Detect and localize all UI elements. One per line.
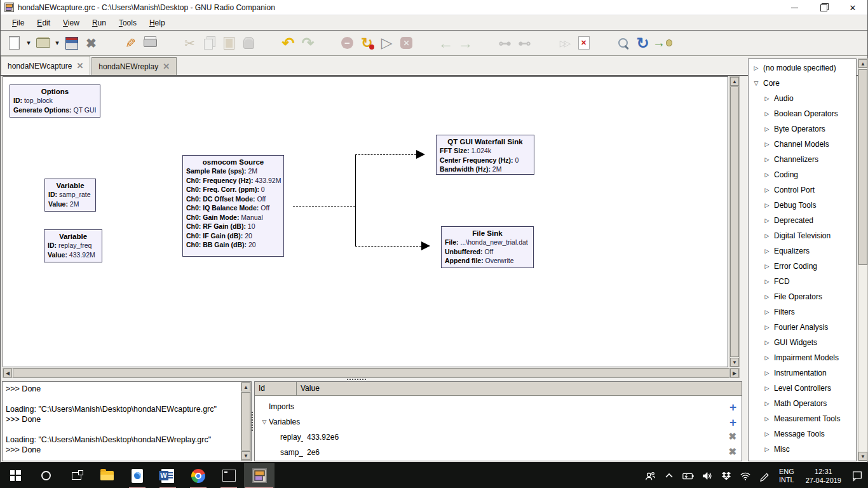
tree-expander-icon[interactable] (763, 355, 771, 361)
tree-item[interactable]: Equalizers (749, 243, 856, 259)
row-action-icon[interactable] (729, 416, 736, 430)
close-button[interactable] (838, 0, 867, 15)
tree-item[interactable]: Audio (749, 91, 856, 106)
scroll-up-arrow[interactable]: ▲ (858, 59, 867, 68)
scroll-down-arrow[interactable]: ▼ (241, 451, 250, 460)
connection-wire[interactable] (293, 206, 355, 207)
variable-row[interactable]: replay_frec 433.92e6 (255, 430, 742, 445)
clock[interactable]: 12:31 27-04-2019 (801, 467, 846, 485)
people-icon[interactable] (642, 463, 658, 488)
connection-wire[interactable] (355, 246, 421, 247)
print-icon[interactable] (140, 33, 160, 53)
scroll-right-arrow[interactable]: ▶ (730, 369, 739, 377)
tree-item[interactable]: Control Port (749, 182, 856, 198)
tree-item[interactable]: Misc (749, 442, 856, 457)
tree-item[interactable]: Debug Tools (749, 198, 856, 213)
language-indicator[interactable]: ENG INTL (775, 468, 798, 484)
tree-item[interactable]: Byte Operators (749, 121, 856, 137)
menu-item[interactable]: Edit (31, 17, 57, 29)
dropbox-icon[interactable] (718, 463, 735, 488)
vertical-splitter-handle[interactable] (252, 412, 254, 431)
tree-expander-icon[interactable] (763, 309, 771, 315)
output-port[interactable] (283, 201, 284, 213)
row-action-icon[interactable] (728, 431, 736, 442)
start-button[interactable] (0, 463, 31, 488)
scroll-down-arrow[interactable]: ▼ (730, 358, 739, 367)
menu-item[interactable]: Help (143, 17, 172, 29)
menu-item[interactable]: File (6, 17, 31, 29)
tree-item[interactable]: FCD (749, 274, 856, 289)
variable-row[interactable]: Imports (255, 399, 742, 414)
error-report-icon[interactable] (574, 33, 593, 53)
tree-expander-icon[interactable] (763, 141, 771, 147)
gnu-radio-button[interactable] (244, 463, 275, 488)
scroll-up-arrow[interactable]: ▲ (730, 77, 739, 86)
edit-properties-icon[interactable] (121, 33, 140, 53)
tree-item[interactable]: Message Tools (749, 426, 856, 442)
scroll-up-arrow[interactable]: ▲ (241, 383, 250, 391)
copy-icon[interactable] (200, 33, 219, 53)
block-options[interactable]: Options IDtop_blockGenerate OptionsQT GU… (10, 85, 100, 118)
dropdown-icon[interactable] (53, 33, 62, 53)
flowgraph-canvas[interactable]: Options IDtop_blockGenerate OptionsQT GU… (3, 76, 728, 367)
menu-item[interactable]: Run (86, 17, 112, 29)
sep-icon[interactable] (160, 33, 180, 53)
tree-expander-icon[interactable] (763, 294, 771, 300)
tray-chevron-icon[interactable] (661, 463, 677, 488)
row-action-icon[interactable] (729, 400, 736, 414)
tab-close-icon[interactable]: ✕ (163, 62, 170, 71)
action-center-icon[interactable] (849, 463, 865, 488)
tree-expander-icon[interactable] (763, 370, 771, 376)
redo-icon[interactable] (298, 33, 318, 53)
minimize-button[interactable] (780, 0, 809, 15)
scrollbar-thumb[interactable] (241, 392, 250, 451)
cortana-button[interactable] (31, 463, 61, 488)
execute-icon[interactable] (377, 33, 397, 53)
new-file-icon[interactable] (4, 33, 24, 53)
tree-expander-icon[interactable] (763, 187, 771, 193)
dropdown-icon[interactable] (24, 33, 33, 53)
scrollbar-thumb[interactable] (730, 86, 739, 357)
flowgraph-tab[interactable]: hondaNEWcapture ✕ (1, 56, 90, 75)
tree-item[interactable]: Fourier Analysis (749, 320, 856, 335)
scroll-left-arrow[interactable]: ◀ (3, 369, 12, 377)
tree-expander-icon[interactable] (763, 248, 771, 254)
tree-item[interactable]: Channelizers (749, 152, 856, 167)
tree-item[interactable]: Coding (749, 167, 856, 182)
generate-icon[interactable] (357, 33, 377, 53)
connect-icon[interactable] (495, 33, 515, 53)
block-file-sink[interactable]: File Sink File...\honda_new_trial.datUnb… (441, 226, 534, 268)
disconnect-icon[interactable] (515, 33, 534, 53)
input-port[interactable] (436, 149, 437, 161)
delete-icon[interactable] (239, 33, 259, 53)
tree-item[interactable]: Error Coding (749, 259, 856, 274)
tab-close-icon[interactable]: ✕ (76, 61, 83, 71)
tree-expander-icon[interactable] (763, 233, 771, 239)
sep-icon[interactable] (318, 33, 337, 53)
file-explorer-button[interactable] (92, 463, 122, 488)
tree-item[interactable]: Impairment Models (749, 350, 856, 365)
tree-expander-icon[interactable] (763, 446, 771, 452)
tree-item[interactable]: Digital Television (749, 228, 856, 243)
tree-expander-icon[interactable] (763, 324, 771, 330)
column-header-id[interactable]: Id (255, 382, 297, 395)
input-port[interactable] (441, 240, 442, 252)
fast-forward-icon[interactable] (554, 33, 574, 53)
tree-expander-icon[interactable] (752, 80, 761, 86)
tree-item[interactable]: GUI Widgets (749, 335, 856, 350)
block-osmocom-source[interactable]: osmocom Source Sample Rate (sps)2MCh0: F… (182, 155, 284, 257)
undo-icon[interactable] (278, 33, 298, 53)
menu-item[interactable]: View (57, 17, 86, 29)
canvas-vertical-scrollbar[interactable]: ▲ ▼ (729, 76, 740, 367)
sep-icon[interactable] (416, 33, 436, 53)
sep-icon[interactable] (534, 33, 554, 53)
connection-wire[interactable] (355, 154, 416, 155)
save-icon[interactable] (62, 33, 81, 53)
import-icon[interactable] (653, 33, 672, 53)
tree-expander-icon[interactable] (763, 111, 771, 117)
search-icon[interactable] (613, 33, 633, 53)
menu-item[interactable]: Tools (112, 17, 143, 29)
task-view-button[interactable] (61, 463, 92, 488)
restore-button[interactable] (809, 0, 838, 15)
tree-expander-icon[interactable] (763, 278, 771, 285)
